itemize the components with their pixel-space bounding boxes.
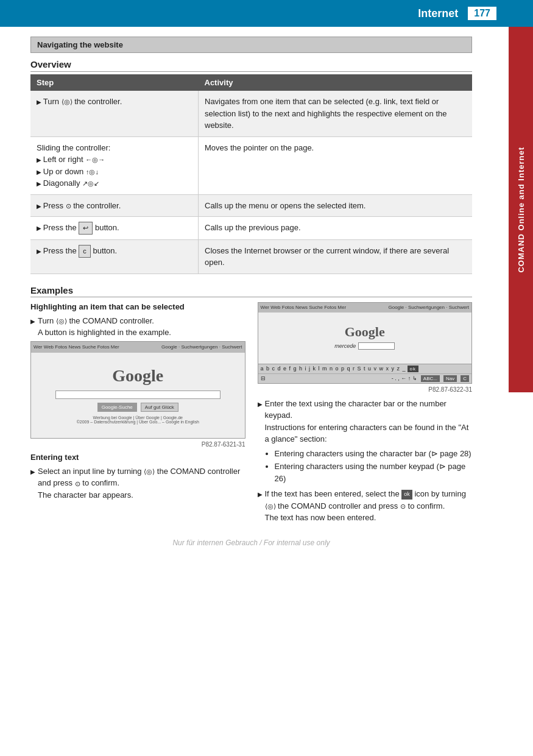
examples-heading: Examples [30,285,472,297]
arrow-icon: ▶ [30,317,35,339]
turn-step: ▶ Turn ⟨◎⟩ the COMAND controller.A butto… [30,315,245,339]
activity-cell: Moves the pointer on the page. [199,136,473,194]
activity-cell: Calls up the menu or opens the selected … [199,194,473,217]
steps-table: Step Activity Turn ⟨◎⟩ the controller. N… [30,74,472,274]
mockup-caption-left: P82.87-6321-31 [30,441,245,448]
enter-text-bullet: ▶ Enter the text using the character bar… [258,398,473,445]
select-input-step: ▶ Select an input line by turning ⟨◎⟩ th… [30,465,245,501]
two-col-layout: Highlighting an item that can be selecte… [30,302,472,526]
table-row: Press the c button. Closes the Internet … [30,239,472,274]
google-screenshot-right: Wer Web Fotos News Suche Fotos Mer Googl… [258,302,473,384]
step-detail: A button is highlighted in the example. [38,328,171,337]
col2-header: Activity [199,74,473,91]
character-bar-row1: a b c d e f g h i j k l m n o p q r S t … [258,364,472,373]
step-cell: Press ⊙ the controller. [30,194,199,217]
table-row: Turn ⟨◎⟩ the controller. Navigates from … [30,91,472,136]
controller-icon: ⟨◎⟩ [62,97,72,107]
confirm-text-bullet: ▶ If the text has been entered, select t… [258,488,473,524]
activity-cell: Calls up the previous page. [199,217,473,240]
table-row: Press the ↩ button. Calls up the previou… [30,217,472,240]
list-item: Entering characters using the number key… [275,461,473,484]
col1-header: Step [30,74,199,91]
sidebar-label: COMAND Online and Internet [509,27,533,392]
header-title: Internet [418,7,458,20]
arrow-icon: ▶ [258,400,263,445]
step-cell: Turn ⟨◎⟩ the controller. [30,91,199,136]
activity-cell: Navigates from one item that can be sele… [199,91,473,136]
mockup-caption-right: P82.87-6322-31 [258,386,473,393]
entering-text-subheading: Entering text [30,453,245,462]
watermark: Nur für internen Gebrauch / For internal… [30,539,472,557]
step-cell: Press the c button. [30,239,199,274]
character-bar-row2: ⊟ - . , ← ↑ ↳ ABC... Nav C [258,373,472,383]
google-screenshot-left: Wer Web Fotos News Suche Fotos Mer Googl… [30,341,245,439]
sidebar-label-text: COMAND Online and Internet [517,147,526,273]
highlight-subheading: Highlighting an item that can be selecte… [30,302,245,311]
arrow-icon: ▶ [258,490,263,524]
activity-cell: Closes the Internet browser or the curre… [199,239,473,274]
section-heading: Navigating the website [30,37,472,53]
left-column: Highlighting an item that can be selecte… [30,302,245,526]
table-row: Press ⊙ the controller. Calls up the men… [30,194,472,217]
list-item: Entering characters using the character … [275,448,473,460]
right-column: Wer Web Fotos News Suche Fotos Mer Googl… [258,302,473,526]
main-content: Navigating the website Overview Step Act… [0,27,509,569]
page-number: 177 [468,7,496,20]
overview-heading: Overview [30,59,472,72]
table-row: Sliding the controller: Left or right ←◎… [30,136,472,194]
step-cell: Press the ↩ button. [30,217,199,240]
header-bar: Internet 177 [0,0,533,27]
step-cell: Sliding the controller: Left or right ←◎… [30,136,199,194]
sub-bullet-list: Entering characters using the character … [275,448,473,485]
arrow-icon: ▶ [30,467,35,501]
ok-icon: ok [401,490,412,500]
